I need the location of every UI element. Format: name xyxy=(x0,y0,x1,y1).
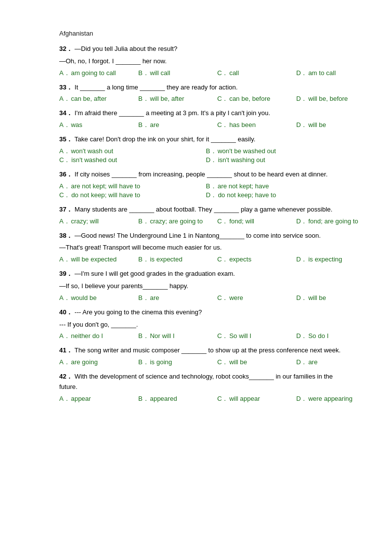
option-label: D． xyxy=(296,294,307,302)
option-38-0: A．will be expected xyxy=(59,255,133,264)
option-label: D． xyxy=(206,156,217,165)
option-39-0: A．would be xyxy=(59,294,133,302)
option-41-2: C．will be xyxy=(217,358,291,367)
option-42-1: B．appeared xyxy=(138,394,212,403)
option-label: D． xyxy=(296,94,307,103)
option-text: am going to call xyxy=(71,69,116,77)
option-text: can be, before xyxy=(229,95,270,102)
option-label: B． xyxy=(206,147,217,156)
options-container-42: A．appearB．appearedC．will appearD．were ap… xyxy=(59,394,353,403)
question-37: 37． Many students are _______ about foot… xyxy=(59,205,353,226)
question-36: 36． If city noises _______ from increasi… xyxy=(59,170,353,200)
option-label: C． xyxy=(59,156,70,165)
option-text: are not kept; will have to xyxy=(71,182,140,190)
option-33-1: B．will be, after xyxy=(138,94,212,103)
option-33-3: D．will be, before xyxy=(296,94,370,103)
option-text: will be xyxy=(229,358,247,366)
option-38-2: C．expects xyxy=(217,255,291,264)
option-text: will call xyxy=(150,69,170,77)
question-33: 33． It _______ a long time _______ they … xyxy=(59,83,353,104)
question-line-34-0: 34． I'm afraid there _______ a meeting a… xyxy=(59,108,353,119)
option-text: appear xyxy=(71,395,91,402)
option-label: B． xyxy=(138,94,149,103)
question-line-37-0: 37． Many students are _______ about foot… xyxy=(59,205,353,215)
option-label: C． xyxy=(217,255,228,264)
option-text: are not kept; have xyxy=(218,182,269,190)
question-35: 35． Take care! Don't drop the ink on you… xyxy=(59,134,353,165)
option-text: isn't washing out xyxy=(218,156,265,164)
option-label: C． xyxy=(217,294,228,302)
question-text: —I'm sure I will get good grades in the … xyxy=(73,270,235,277)
question-42: 42． With the development of science and … xyxy=(59,372,353,403)
option-text: won't wash out xyxy=(71,147,114,155)
option-42-0: A．appear xyxy=(59,394,133,403)
option-35-0: A．won't wash out xyxy=(59,147,201,156)
option-text: will be, after xyxy=(150,95,184,102)
option-label: B． xyxy=(138,69,149,78)
option-34-1: B．are xyxy=(138,121,212,129)
question-subline: —If so, I believe your parents_______ ha… xyxy=(59,282,188,290)
options-container-37: A．crazy; willB．crazy; are going toC．fond… xyxy=(59,217,353,226)
option-label: A． xyxy=(59,217,70,226)
question-line-36-0: 36． If city noises _______ from increasi… xyxy=(59,170,353,180)
option-text: would be xyxy=(71,294,97,301)
option-34-0: A．was xyxy=(59,121,133,129)
option-36-0: A．are not kept; will have to xyxy=(59,182,201,191)
option-41-3: D．are xyxy=(296,358,370,367)
question-number: 36． xyxy=(59,171,73,178)
question-subline: —That's great! Transport will become muc… xyxy=(59,244,222,251)
options-container-33: A．can be, afterB．will be, afterC．can be,… xyxy=(59,94,353,103)
option-text: am to call xyxy=(308,69,336,77)
option-label: A． xyxy=(59,121,70,129)
option-label: D． xyxy=(296,358,307,367)
option-text: crazy; are going to xyxy=(150,217,203,225)
option-label: B． xyxy=(138,332,149,341)
option-label: A． xyxy=(59,394,70,403)
option-label: C． xyxy=(217,69,228,78)
option-text: can be, after xyxy=(71,95,107,102)
option-text: are xyxy=(150,294,159,301)
option-37-0: A．crazy; will xyxy=(59,217,133,226)
option-32-3: D．am to call xyxy=(296,69,370,78)
option-label: D． xyxy=(296,121,307,129)
question-text: —Did you tell Julia about the result? xyxy=(73,45,177,52)
option-37-1: B．crazy; are going to xyxy=(138,217,212,226)
option-label: B． xyxy=(138,394,149,403)
option-text: do not keep; will have to xyxy=(71,191,140,199)
option-36-1: B．are not kept; have xyxy=(206,182,348,191)
option-label: A． xyxy=(59,255,70,264)
option-label: A． xyxy=(59,182,70,191)
option-label: D． xyxy=(296,394,307,403)
option-text: is expecting xyxy=(308,256,342,263)
question-number: 32． xyxy=(59,45,73,52)
option-label: D． xyxy=(206,191,217,200)
option-text: will be, before xyxy=(308,95,348,102)
question-number: 40． xyxy=(59,308,73,316)
options-container-40: A．neither do IB．Nor will IC．So will ID．S… xyxy=(59,332,353,341)
option-label: A． xyxy=(59,332,70,341)
question-subline: --- If you don't go, _______. xyxy=(59,321,138,328)
option-text: will be xyxy=(308,294,326,301)
option-text: will appear xyxy=(229,395,260,402)
option-38-3: D．is expecting xyxy=(296,255,370,264)
option-label: D． xyxy=(296,217,307,226)
page-title: Afghanistan xyxy=(59,30,353,37)
option-text: fond; are going to xyxy=(308,217,358,225)
option-text: were xyxy=(229,294,243,301)
question-number: 34． xyxy=(59,109,73,117)
option-text: So will I xyxy=(229,332,251,340)
option-text: are xyxy=(150,121,159,128)
option-label: B． xyxy=(138,121,149,129)
question-number: 39． xyxy=(59,270,73,277)
option-text: do not keep; have to xyxy=(218,191,276,199)
question-text: If city noises _______ from increasing, … xyxy=(73,171,327,178)
option-text: was xyxy=(71,121,82,128)
option-33-2: C．can be, before xyxy=(217,94,291,103)
question-text: —Good news! The Underground Line 1 in Na… xyxy=(73,232,320,239)
question-32: 32． —Did you tell Julia about the result… xyxy=(59,44,353,78)
option-text: call xyxy=(229,69,239,77)
option-label: A． xyxy=(59,69,70,78)
option-label: B． xyxy=(138,255,149,264)
option-label: B． xyxy=(138,217,149,226)
option-text: will be expected xyxy=(71,256,117,263)
